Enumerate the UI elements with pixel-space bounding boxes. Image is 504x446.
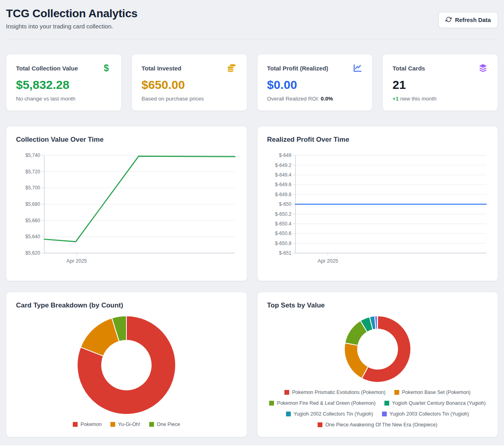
y-axis-tick-label: $5,660 (26, 217, 40, 223)
donut-charts-row: Card Type Breakdown (by Count) PokemonYu… (6, 292, 498, 437)
stat-subtext: No change vs last month (16, 96, 112, 102)
chart-card-card-type-breakdown: Card Type Breakdown (by Count) PokemonYu… (6, 292, 247, 437)
legend-item[interactable]: Pokemon (73, 422, 102, 427)
legend-swatch (110, 422, 115, 427)
layers-icon (478, 63, 488, 73)
legend-swatch (318, 422, 322, 427)
stat-card-total-collection-value: Total Collection Value $ $5,832.28 No ch… (6, 54, 122, 111)
chart-canvas[interactable]: $-651$-650.8$-650.6$-650.4$-650.2$-650$-… (267, 150, 488, 271)
legend-swatch (382, 412, 387, 416)
stat-value: $650.00 (142, 78, 237, 92)
y-axis-tick-label: $-650 (279, 201, 291, 207)
y-axis-tick-label: $5,680 (26, 201, 40, 207)
chart-title: Top Sets by Value (267, 301, 488, 309)
y-axis-tick-label: $-650.8 (275, 240, 291, 246)
stat-label: Total Profit (Realized) (267, 63, 328, 72)
y-axis-tick-label: $-651 (279, 250, 291, 256)
stat-value: $0.00 (267, 78, 363, 92)
legend-swatch (286, 412, 291, 416)
y-axis-tick-label: $5,620 (26, 250, 40, 256)
legend-item[interactable]: Yugioh 2002 Collectors Tin (Yugioh) (286, 411, 373, 417)
chart-card-collection-value: Collection Value Over Time $5,620$5,640$… (6, 126, 247, 281)
legend-label: Pokemon (80, 422, 102, 427)
chart-canvas[interactable] (344, 315, 412, 383)
legend-item[interactable]: Yugioh Quarter Century Bonanza (Yugioh) (384, 400, 486, 406)
legend-label: Yugioh Quarter Century Bonanza (Yugioh) (392, 400, 486, 406)
y-axis-tick-label: $5,720 (26, 169, 40, 174)
realized-profit-chart[interactable]: $-651$-650.8$-650.6$-650.4$-650.2$-650$-… (267, 150, 488, 271)
y-axis-tick-label: $5,640 (26, 234, 40, 239)
legend-label: Yugioh 2002 Collectors Tin (Yugioh) (294, 411, 373, 417)
card-type-donut-chart[interactable]: PokemonYu-Gi-Oh!One Piece (16, 315, 237, 427)
legend-label: One Piece Awakening Of The New Era (Onep… (325, 422, 437, 428)
y-axis-tick-label: $5,700 (26, 185, 40, 191)
legend-item[interactable]: One Piece Awakening Of The New Era (Onep… (318, 422, 437, 428)
top-sets-donut-chart[interactable]: Pokemon Prismatic Evolutions (Pokemon)Po… (267, 315, 488, 428)
stat-card-total-profit: Total Profit (Realized) $0.00 Overall Re… (257, 54, 373, 111)
donut-slice-1[interactable] (344, 343, 368, 378)
legend-swatch (394, 390, 399, 395)
line-charts-row: Collection Value Over Time $5,620$5,640$… (6, 126, 498, 281)
chart-title: Card Type Breakdown (by Count) (16, 301, 237, 309)
y-axis-tick-label: $-649.8 (275, 191, 291, 197)
legend-label: Pokemon Base Set (Pokemon) (402, 390, 471, 395)
stat-label: Total Cards (392, 63, 425, 72)
y-axis-tick-label: $-649.6 (275, 182, 291, 187)
legend-label: Pokemon Prismatic Evolutions (Pokemon) (292, 390, 385, 395)
legend-swatch (384, 401, 389, 406)
chart-legend: Pokemon Prismatic Evolutions (Pokemon)Po… (268, 390, 487, 428)
stat-card-total-invested: Total Invested $650.00 Based on purchase… (132, 54, 247, 111)
y-axis-tick-label: $-649.2 (275, 162, 291, 168)
dashboard-page: TCG Collection Analytics Insights into y… (0, 0, 504, 437)
y-axis-tick-label: $-649 (279, 153, 291, 158)
legend-item[interactable]: Pokemon Prismatic Evolutions (Pokemon) (284, 390, 385, 395)
y-axis-tick-label: $-650.4 (275, 221, 291, 226)
stat-label: Total Invested (142, 63, 182, 72)
stat-subtext: +1 new this month (392, 96, 488, 102)
legend-item[interactable]: Pokemon Base Set (Pokemon) (394, 390, 471, 395)
chart-canvas[interactable] (76, 315, 176, 415)
legend-swatch (269, 401, 274, 406)
stats-grid: Total Collection Value $ $5,832.28 No ch… (6, 54, 498, 111)
legend-label: Yugioh 2003 Collectors Tin (Yugioh) (390, 411, 469, 417)
stat-subtext: Overall Realized ROI: 0.0% (267, 96, 363, 102)
y-axis-tick-label: $-649.4 (275, 172, 291, 177)
stat-value: 21 (392, 78, 488, 92)
x-axis-tick-label: Apr 2025 (318, 258, 338, 264)
header-divider (6, 39, 498, 39)
page-title: TCG Collection Analytics (6, 7, 138, 20)
legend-label: One Piece (157, 422, 180, 427)
coins-icon (227, 63, 237, 73)
chart-title: Realized Profit Over Time (267, 136, 488, 144)
line-chart-icon (352, 63, 362, 73)
chart-legend: PokemonYu-Gi-Oh!One Piece (73, 422, 180, 427)
legend-swatch (149, 422, 154, 427)
collection-value-chart[interactable]: $5,620$5,640$5,660$5,680$5,700$5,720$5,7… (16, 150, 237, 271)
page-header: TCG Collection Analytics Insights into y… (6, 7, 498, 30)
legend-label: Pokemon Fire Red & Leaf Green (Pokemon) (277, 400, 376, 406)
stat-label: Total Collection Value (16, 63, 78, 72)
stat-subtext: Based on purchase prices (142, 96, 237, 102)
legend-item[interactable]: Pokemon Fire Red & Leaf Green (Pokemon) (269, 400, 376, 406)
refresh-button-label: Refresh Data (455, 17, 491, 23)
chart-card-top-sets: Top Sets by Value Pokemon Prismatic Evol… (257, 292, 498, 437)
line-series (44, 156, 235, 241)
legend-item[interactable]: Yugioh 2003 Collectors Tin (Yugioh) (382, 411, 469, 417)
y-axis-tick-label: $-650.2 (275, 211, 291, 217)
y-axis-tick-label: $5,740 (26, 153, 40, 158)
stat-card-total-cards: Total Cards 21 +1 new this month (382, 54, 498, 111)
y-axis-tick-label: $-650.6 (275, 231, 291, 236)
legend-label: Yu-Gi-Oh! (118, 422, 140, 427)
legend-item[interactable]: Yu-Gi-Oh! (110, 422, 140, 427)
chart-canvas[interactable]: $5,620$5,640$5,660$5,680$5,700$5,720$5,7… (16, 150, 237, 271)
legend-swatch (284, 390, 289, 395)
dollar-icon: $ (101, 63, 112, 73)
refresh-data-button[interactable]: Refresh Data (438, 12, 498, 28)
legend-item[interactable]: One Piece (149, 422, 180, 427)
chart-title: Collection Value Over Time (16, 136, 237, 144)
refresh-icon (446, 16, 452, 24)
legend-swatch (73, 422, 78, 427)
x-axis-tick-label: Apr 2025 (66, 258, 87, 264)
page-subtitle: Insights into your trading card collecti… (6, 23, 138, 30)
chart-card-realized-profit: Realized Profit Over Time $-651$-650.8$-… (257, 126, 498, 281)
